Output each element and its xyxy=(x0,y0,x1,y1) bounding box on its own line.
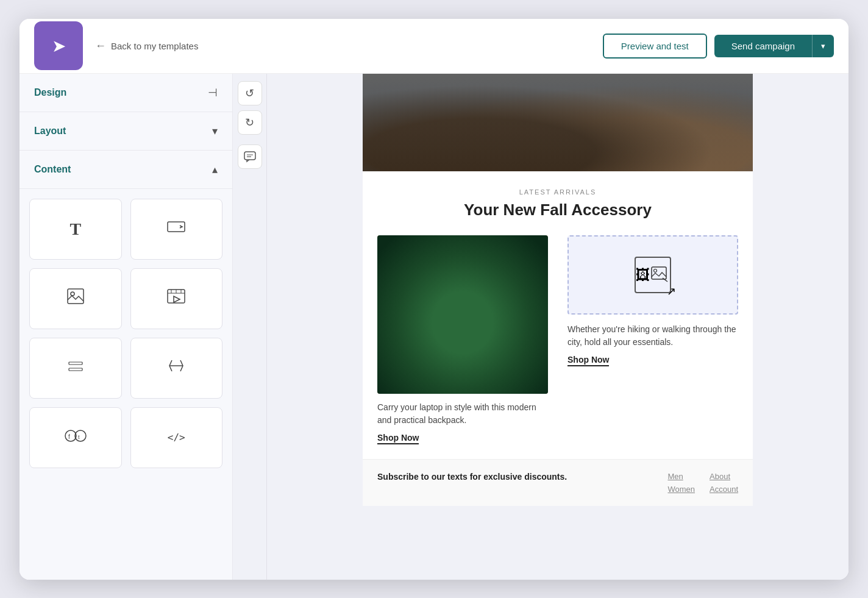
product-desc-right: Whether you're hiking or walking through… xyxy=(567,323,738,349)
redo-icon: ↻ xyxy=(245,116,254,129)
footer-link-men[interactable]: Men xyxy=(667,472,695,481)
design-icon: ⊣ xyxy=(208,86,218,99)
undo-icon: ↺ xyxy=(245,87,254,100)
email-footer: Subscribe to our texts for exclusive dis… xyxy=(363,459,753,506)
content-section-header[interactable]: Content ▴ xyxy=(20,151,232,189)
footer-link-women[interactable]: Women xyxy=(667,485,695,494)
design-section-header[interactable]: Design ⊣ xyxy=(20,74,232,112)
redo-button[interactable]: ↻ xyxy=(238,110,262,135)
header: ➤ ← Back to my templates Preview and tes… xyxy=(20,19,848,74)
social-icon: f t xyxy=(64,428,87,447)
content-grid: T xyxy=(20,189,232,478)
content-item-social[interactable]: f t xyxy=(29,407,122,468)
svg-marker-8 xyxy=(174,296,180,302)
shop-now-right[interactable]: Shop Now xyxy=(567,355,609,366)
design-label: Design xyxy=(34,87,66,98)
svg-rect-10 xyxy=(69,368,82,371)
back-label: Back to my templates xyxy=(111,41,198,51)
spacer-icon xyxy=(167,358,185,378)
svg-rect-9 xyxy=(69,362,82,365)
logo-box: ➤ xyxy=(34,21,83,70)
section-eyebrow: LATEST ARRIVALS xyxy=(377,188,738,196)
layout-section-header[interactable]: Layout ▾ xyxy=(20,112,232,151)
footer-link-about[interactable]: About xyxy=(710,472,738,481)
button-icon xyxy=(166,219,186,238)
product-desc-left: Carry your laptop in style with this mod… xyxy=(377,401,548,427)
send-group: Send campaign ▾ xyxy=(714,35,834,57)
svg-text:f: f xyxy=(68,433,70,440)
content-item-text[interactable]: T xyxy=(29,199,122,260)
content-item-divider[interactable] xyxy=(29,338,122,399)
back-link[interactable]: ← Back to my templates xyxy=(95,40,603,52)
footer-link-col-2: About Account xyxy=(710,472,738,494)
video-icon xyxy=(166,288,186,308)
section-heading: Your New Fall Accessory xyxy=(377,201,738,219)
canvas-area: LATEST ARRIVALS Your New Fall Accessory … xyxy=(267,74,848,580)
content-label: Content xyxy=(34,164,71,175)
boots-visual xyxy=(363,74,753,171)
send-dropdown-button[interactable]: ▾ xyxy=(812,35,834,57)
placeholder-icon: ↗ xyxy=(635,257,671,293)
body-row: Design ⊣ Layout ▾ Content ▴ T xyxy=(20,74,848,580)
svg-rect-19 xyxy=(652,267,666,279)
comment-button[interactable] xyxy=(238,144,262,169)
comment-icon xyxy=(243,151,257,163)
back-arrow-icon: ← xyxy=(95,40,106,52)
content-item-image[interactable] xyxy=(29,268,122,329)
app-container: ➤ ← Back to my templates Preview and tes… xyxy=(20,19,848,580)
sidebar: Design ⊣ Layout ▾ Content ▴ T xyxy=(20,74,233,580)
undo-button[interactable]: ↺ xyxy=(238,81,262,105)
content-item-spacer[interactable] xyxy=(130,338,223,399)
svg-point-20 xyxy=(654,269,657,272)
toolbar-strip: ↺ ↻ xyxy=(233,74,267,580)
product-left: Carry your laptop in style with this mod… xyxy=(377,235,558,444)
svg-rect-16 xyxy=(244,152,255,160)
backpack-visual xyxy=(377,235,548,394)
content-item-button[interactable] xyxy=(130,199,223,260)
text-icon: T xyxy=(69,219,81,239)
divider-icon xyxy=(66,358,85,377)
cursor-icon: ↗ xyxy=(667,285,676,298)
footer-subscribe: Subscribe to our texts for exclusive dis… xyxy=(377,472,653,482)
layout-label: Layout xyxy=(34,126,66,137)
content-item-code[interactable]: </> xyxy=(130,407,223,468)
image-placeholder-icon xyxy=(650,266,670,284)
product-grid: Carry your laptop in style with this mod… xyxy=(363,226,753,459)
footer-link-col-1: Men Women xyxy=(667,472,695,494)
image-icon xyxy=(66,288,85,309)
logo-icon: ➤ xyxy=(52,36,66,56)
code-icon: </> xyxy=(168,432,185,443)
layout-chevron-icon: ▾ xyxy=(212,124,218,138)
header-actions: Preview and test Send campaign ▾ xyxy=(603,34,834,59)
product-image-left xyxy=(377,235,548,394)
content-chevron-icon: ▴ xyxy=(212,163,218,176)
footer-link-account[interactable]: Account xyxy=(710,485,738,494)
svg-text:t: t xyxy=(78,434,80,440)
placeholder-image-right[interactable]: ↗ xyxy=(567,235,738,315)
preview-button[interactable]: Preview and test xyxy=(603,34,707,59)
product-right: ↗ Whether you're hiking or walking throu… xyxy=(558,235,738,444)
hero-image xyxy=(363,74,753,171)
svg-point-2 xyxy=(71,292,74,296)
content-item-video[interactable] xyxy=(130,268,223,329)
email-canvas: LATEST ARRIVALS Your New Fall Accessory … xyxy=(363,74,753,506)
svg-rect-1 xyxy=(68,289,84,304)
section-label: LATEST ARRIVALS Your New Fall Accessory xyxy=(363,171,753,226)
send-campaign-button[interactable]: Send campaign xyxy=(714,35,812,57)
shop-now-left[interactable]: Shop Now xyxy=(377,433,419,444)
footer-links: Men Women About Account xyxy=(667,472,738,494)
